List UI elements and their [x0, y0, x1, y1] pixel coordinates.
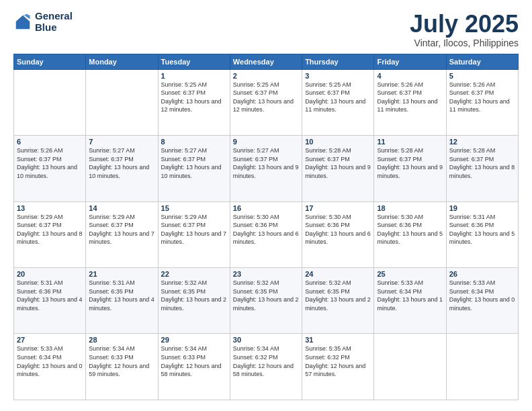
day-number: 23 [233, 270, 299, 278]
day-number: 27 [17, 336, 83, 344]
day-info: Sunrise: 5:27 AM Sunset: 6:37 PM Dayligh… [161, 146, 227, 180]
day-number: 24 [305, 270, 371, 278]
calendar-cell: 27 Sunrise: 5:33 AM Sunset: 6:34 PM Dayl… [14, 334, 86, 400]
calendar-cell: 9 Sunrise: 5:27 AM Sunset: 6:37 PM Dayli… [230, 136, 302, 201]
day-info: Sunrise: 5:32 AM Sunset: 6:35 PM Dayligh… [305, 279, 371, 312]
calendar-cell: 20 Sunrise: 5:31 AM Sunset: 6:36 PM Dayl… [14, 268, 86, 334]
day-info: Sunrise: 5:29 AM Sunset: 6:37 PM Dayligh… [17, 213, 83, 246]
calendar-cell: 22 Sunrise: 5:32 AM Sunset: 6:35 PM Dayl… [158, 268, 230, 334]
weekday-header-cell: Monday [86, 54, 158, 69]
day-number: 13 [17, 204, 83, 212]
day-number: 14 [89, 204, 154, 212]
calendar-row: 20 Sunrise: 5:31 AM Sunset: 6:36 PM Dayl… [14, 268, 519, 334]
weekday-header-cell: Friday [374, 54, 446, 69]
day-number: 19 [449, 204, 515, 212]
day-info: Sunrise: 5:34 AM Sunset: 6:32 PM Dayligh… [233, 345, 299, 378]
calendar-cell [446, 334, 518, 400]
day-info: Sunrise: 5:33 AM Sunset: 6:34 PM Dayligh… [377, 279, 443, 312]
calendar-cell: 31 Sunrise: 5:35 AM Sunset: 6:32 PM Dayl… [302, 334, 374, 400]
day-info: Sunrise: 5:25 AM Sunset: 6:37 PM Dayligh… [233, 81, 299, 114]
calendar-cell: 28 Sunrise: 5:34 AM Sunset: 6:33 PM Dayl… [86, 334, 158, 400]
calendar-cell: 18 Sunrise: 5:30 AM Sunset: 6:36 PM Dayl… [374, 201, 446, 267]
month-year: July 2025 [410, 11, 519, 38]
day-info: Sunrise: 5:28 AM Sunset: 6:37 PM Dayligh… [377, 146, 443, 180]
day-number: 3 [305, 72, 371, 80]
day-number: 12 [449, 138, 515, 146]
day-number: 17 [305, 204, 371, 212]
weekday-header-cell: Sunday [14, 54, 86, 69]
weekday-header-cell: Tuesday [158, 54, 230, 69]
calendar-cell: 4 Sunrise: 5:26 AM Sunset: 6:37 PM Dayli… [374, 69, 446, 135]
day-info: Sunrise: 5:32 AM Sunset: 6:35 PM Dayligh… [161, 279, 227, 312]
day-info: Sunrise: 5:26 AM Sunset: 6:37 PM Dayligh… [17, 146, 83, 180]
day-number: 25 [377, 270, 443, 278]
calendar-cell: 24 Sunrise: 5:32 AM Sunset: 6:35 PM Dayl… [302, 268, 374, 334]
day-number: 29 [161, 336, 227, 344]
day-info: Sunrise: 5:28 AM Sunset: 6:37 PM Dayligh… [305, 146, 371, 180]
calendar-cell: 21 Sunrise: 5:31 AM Sunset: 6:35 PM Dayl… [86, 268, 158, 334]
calendar-body: 1 Sunrise: 5:25 AM Sunset: 6:37 PM Dayli… [14, 69, 519, 400]
calendar-cell: 19 Sunrise: 5:31 AM Sunset: 6:36 PM Dayl… [446, 201, 518, 267]
logo-icon [13, 13, 32, 32]
weekday-header-cell: Wednesday [230, 54, 302, 69]
calendar-cell [374, 334, 446, 400]
day-info: Sunrise: 5:27 AM Sunset: 6:37 PM Dayligh… [89, 146, 154, 180]
day-info: Sunrise: 5:30 AM Sunset: 6:36 PM Dayligh… [305, 213, 371, 246]
calendar-cell: 29 Sunrise: 5:34 AM Sunset: 6:33 PM Dayl… [158, 334, 230, 400]
day-number: 18 [377, 204, 443, 212]
page: General Blue July 2025 Vintar, Ilocos, P… [0, 0, 532, 411]
calendar-cell: 30 Sunrise: 5:34 AM Sunset: 6:32 PM Dayl… [230, 334, 302, 400]
calendar-cell: 17 Sunrise: 5:30 AM Sunset: 6:36 PM Dayl… [302, 201, 374, 267]
calendar-cell: 5 Sunrise: 5:26 AM Sunset: 6:37 PM Dayli… [446, 69, 518, 135]
day-info: Sunrise: 5:35 AM Sunset: 6:32 PM Dayligh… [305, 345, 371, 378]
day-number: 11 [377, 138, 443, 146]
day-info: Sunrise: 5:26 AM Sunset: 6:37 PM Dayligh… [449, 81, 515, 114]
day-number: 9 [233, 138, 299, 146]
day-number: 22 [161, 270, 227, 278]
header: General Blue July 2025 Vintar, Ilocos, P… [13, 11, 519, 48]
logo: General Blue [13, 11, 73, 33]
day-info: Sunrise: 5:33 AM Sunset: 6:34 PM Dayligh… [449, 279, 515, 312]
day-info: Sunrise: 5:27 AM Sunset: 6:37 PM Dayligh… [233, 146, 299, 180]
day-info: Sunrise: 5:33 AM Sunset: 6:34 PM Dayligh… [17, 345, 83, 378]
day-number: 20 [17, 270, 83, 278]
day-number: 16 [233, 204, 299, 212]
calendar-cell: 3 Sunrise: 5:25 AM Sunset: 6:37 PM Dayli… [302, 69, 374, 135]
calendar-cell: 16 Sunrise: 5:30 AM Sunset: 6:36 PM Dayl… [230, 201, 302, 267]
calendar-cell: 1 Sunrise: 5:25 AM Sunset: 6:37 PM Dayli… [158, 69, 230, 135]
logo-text: General Blue [35, 11, 73, 33]
day-info: Sunrise: 5:25 AM Sunset: 6:37 PM Dayligh… [161, 81, 227, 114]
day-info: Sunrise: 5:30 AM Sunset: 6:36 PM Dayligh… [233, 213, 299, 246]
calendar-cell: 7 Sunrise: 5:27 AM Sunset: 6:37 PM Dayli… [86, 136, 158, 201]
calendar-cell: 10 Sunrise: 5:28 AM Sunset: 6:37 PM Dayl… [302, 136, 374, 201]
weekday-header-cell: Saturday [446, 54, 518, 69]
day-info: Sunrise: 5:30 AM Sunset: 6:36 PM Dayligh… [377, 213, 443, 246]
title-block: July 2025 Vintar, Ilocos, Philippines [410, 11, 519, 48]
day-number: 5 [449, 72, 515, 80]
calendar-cell [86, 69, 158, 135]
day-info: Sunrise: 5:29 AM Sunset: 6:37 PM Dayligh… [89, 213, 154, 246]
day-number: 6 [17, 138, 83, 146]
day-number: 26 [449, 270, 515, 278]
calendar-cell: 15 Sunrise: 5:29 AM Sunset: 6:37 PM Dayl… [158, 201, 230, 267]
calendar-row: 13 Sunrise: 5:29 AM Sunset: 6:37 PM Dayl… [14, 201, 519, 267]
day-info: Sunrise: 5:28 AM Sunset: 6:37 PM Dayligh… [449, 146, 515, 180]
day-info: Sunrise: 5:31 AM Sunset: 6:36 PM Dayligh… [449, 213, 515, 246]
calendar-cell: 8 Sunrise: 5:27 AM Sunset: 6:37 PM Dayli… [158, 136, 230, 201]
day-number: 4 [377, 72, 443, 80]
day-number: 7 [89, 138, 154, 146]
weekday-header-row: SundayMondayTuesdayWednesdayThursdayFrid… [14, 54, 519, 69]
day-number: 21 [89, 270, 154, 278]
calendar-row: 27 Sunrise: 5:33 AM Sunset: 6:34 PM Dayl… [14, 334, 519, 400]
calendar-cell: 14 Sunrise: 5:29 AM Sunset: 6:37 PM Dayl… [86, 201, 158, 267]
calendar-row: 6 Sunrise: 5:26 AM Sunset: 6:37 PM Dayli… [14, 136, 519, 201]
location: Vintar, Ilocos, Philippines [410, 38, 519, 48]
calendar-cell: 23 Sunrise: 5:32 AM Sunset: 6:35 PM Dayl… [230, 268, 302, 334]
day-info: Sunrise: 5:32 AM Sunset: 6:35 PM Dayligh… [233, 279, 299, 312]
day-number: 28 [89, 336, 154, 344]
day-info: Sunrise: 5:31 AM Sunset: 6:35 PM Dayligh… [89, 279, 154, 312]
calendar-cell: 11 Sunrise: 5:28 AM Sunset: 6:37 PM Dayl… [374, 136, 446, 201]
calendar-cell: 25 Sunrise: 5:33 AM Sunset: 6:34 PM Dayl… [374, 268, 446, 334]
calendar-cell: 13 Sunrise: 5:29 AM Sunset: 6:37 PM Dayl… [14, 201, 86, 267]
day-number: 8 [161, 138, 227, 146]
